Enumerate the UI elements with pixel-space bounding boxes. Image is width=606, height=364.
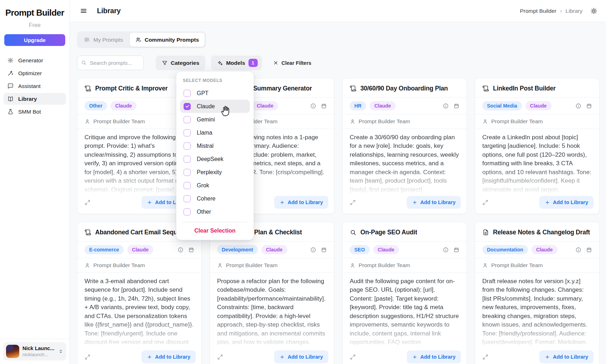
model-tag[interactable]: Claude bbox=[252, 101, 278, 110]
model-tag[interactable]: Claude bbox=[373, 245, 399, 254]
category-tag[interactable]: Other bbox=[84, 101, 107, 110]
prompt-card[interactable]: Abandoned Cart Email Sequence E-commerce… bbox=[77, 222, 202, 364]
clear-filters-button[interactable]: Clear Filters bbox=[273, 60, 312, 66]
add-to-library-button[interactable]: Add to Library bbox=[407, 350, 461, 363]
model-tag[interactable]: Claude bbox=[370, 101, 396, 110]
checkbox[interactable] bbox=[184, 156, 191, 163]
magnifier-icon bbox=[350, 229, 356, 236]
calendar-icon[interactable] bbox=[453, 247, 459, 253]
info-icon[interactable] bbox=[310, 247, 316, 253]
expand-icon[interactable] bbox=[482, 354, 488, 360]
calendar-icon[interactable] bbox=[453, 103, 459, 109]
expand-icon[interactable] bbox=[217, 354, 223, 360]
model-tag[interactable]: Claude bbox=[531, 245, 558, 254]
info-icon[interactable] bbox=[575, 103, 581, 109]
expand-icon[interactable] bbox=[482, 199, 488, 206]
model-option-mistral[interactable]: Mistral bbox=[180, 139, 250, 152]
calendar-icon[interactable] bbox=[321, 247, 327, 253]
add-to-library-button[interactable]: Add to Library bbox=[274, 196, 328, 209]
add-to-library-button[interactable]: Add to Library bbox=[407, 196, 461, 209]
models-filter-button[interactable]: Models 1 bbox=[211, 56, 262, 70]
sidebar-item-assistant[interactable]: Assistant bbox=[4, 80, 66, 92]
model-option-claude[interactable]: Claude bbox=[180, 100, 250, 113]
model-option-gemini[interactable]: Gemini bbox=[180, 113, 250, 126]
category-tag[interactable]: Development bbox=[217, 245, 258, 254]
model-option-label: GPT bbox=[197, 90, 209, 97]
checkbox[interactable] bbox=[184, 182, 191, 189]
user-menu[interactable]: Nick Launc... nicklaunch... bbox=[3, 342, 66, 360]
sidebar-item-generator[interactable]: Generator bbox=[4, 54, 66, 66]
calendar-icon[interactable] bbox=[321, 103, 327, 109]
card-tags-row: Social Media Claude bbox=[475, 98, 599, 114]
card-tags-row: Documentation Claude bbox=[475, 241, 599, 258]
categories-filter-button[interactable]: Categories bbox=[156, 56, 205, 70]
card-title: LinkedIn Post Builder bbox=[493, 85, 556, 92]
checkbox[interactable] bbox=[184, 208, 191, 215]
sidebar-item-library[interactable]: Library bbox=[4, 93, 66, 105]
card-header: LinkedIn Post Builder bbox=[475, 78, 599, 98]
model-tag[interactable]: Claude bbox=[111, 101, 137, 110]
model-option-other[interactable]: Other bbox=[180, 205, 250, 218]
category-tag[interactable]: E-commerce bbox=[84, 245, 124, 254]
prompt-card[interactable]: LinkedIn Post Builder Social Media Claud… bbox=[475, 78, 600, 214]
sidebar-item-optimizer[interactable]: Optimizer bbox=[4, 67, 66, 79]
author-name: Prompt Builder Team bbox=[93, 262, 145, 269]
card-title: On-Page SEO Audit bbox=[360, 229, 417, 236]
card-description: Create a 30/60/90 day onboarding plan fo… bbox=[343, 129, 467, 193]
info-icon[interactable] bbox=[443, 247, 449, 253]
add-to-library-label: Add to Library bbox=[288, 354, 323, 360]
library-tabs: My Prompts Community Prompts bbox=[77, 31, 206, 48]
add-to-library-button[interactable]: Add to Library bbox=[539, 350, 594, 363]
expand-icon[interactable] bbox=[84, 199, 91, 206]
model-tag[interactable]: Claude bbox=[127, 245, 153, 254]
scroll-icon bbox=[350, 85, 356, 92]
menu-toggle-button[interactable] bbox=[80, 7, 87, 15]
search-input[interactable] bbox=[77, 56, 144, 70]
tab-community-prompts[interactable]: Community Prompts bbox=[130, 33, 205, 47]
category-tag[interactable]: Documentation bbox=[482, 245, 528, 254]
category-tag[interactable]: Social Media bbox=[482, 101, 522, 110]
add-to-library-button[interactable]: Add to Library bbox=[274, 350, 328, 363]
model-tag[interactable]: Claude bbox=[525, 101, 551, 110]
category-tag[interactable]: HR bbox=[350, 101, 366, 110]
checkbox[interactable] bbox=[184, 129, 191, 136]
upgrade-button[interactable]: Upgrade bbox=[4, 34, 65, 46]
calendar-icon[interactable] bbox=[586, 103, 592, 109]
info-icon[interactable] bbox=[310, 103, 316, 109]
prompt-card[interactable]: Refactor Plan & Checklist Development Cl… bbox=[210, 222, 334, 364]
calendar-icon[interactable] bbox=[188, 247, 194, 253]
checkbox[interactable] bbox=[184, 142, 191, 150]
model-option-cohere[interactable]: Cohere bbox=[180, 192, 250, 205]
model-option-llama[interactable]: Llama bbox=[180, 126, 250, 139]
expand-icon[interactable] bbox=[350, 199, 356, 206]
prompt-card[interactable]: Release Notes & Changelog Draft Document… bbox=[475, 222, 600, 364]
person-icon bbox=[84, 119, 90, 124]
checkbox[interactable] bbox=[184, 90, 191, 97]
checkbox[interactable] bbox=[184, 116, 191, 123]
checkbox[interactable] bbox=[184, 195, 191, 202]
category-tag[interactable]: SEO bbox=[350, 245, 370, 254]
expand-icon[interactable] bbox=[84, 354, 91, 360]
add-to-library-button[interactable]: Add to Library bbox=[539, 196, 594, 209]
checkbox[interactable] bbox=[184, 169, 191, 176]
clear-selection-button[interactable]: Clear Selection bbox=[180, 222, 250, 240]
info-icon[interactable] bbox=[443, 103, 449, 109]
theme-toggle-button[interactable] bbox=[590, 7, 597, 15]
calendar-icon[interactable] bbox=[586, 247, 592, 253]
prompt-card[interactable]: 30/60/90 Day Onboarding Plan HR Claude P… bbox=[342, 78, 467, 214]
sidebar-item-smm-bot[interactable]: SMM Bot bbox=[4, 106, 66, 118]
add-to-library-button[interactable]: Add to Library bbox=[142, 350, 196, 363]
model-tag[interactable]: Claude bbox=[261, 245, 287, 254]
tab-my-prompts[interactable]: My Prompts bbox=[78, 33, 129, 47]
info-icon[interactable] bbox=[575, 247, 581, 253]
checkbox[interactable] bbox=[184, 103, 191, 110]
model-option-gpt[interactable]: GPT bbox=[180, 87, 250, 100]
prompt-card[interactable]: On-Page SEO Audit SEO Claude Prompt Buil… bbox=[342, 222, 467, 364]
sidebar-nav: Generator Optimizer Assistant Library SM… bbox=[0, 54, 70, 118]
info-icon[interactable] bbox=[178, 247, 184, 253]
model-option-perplexity[interactable]: Perplexity bbox=[180, 166, 250, 179]
expand-icon[interactable] bbox=[350, 354, 356, 360]
breadcrumb-root[interactable]: Prompt Builder bbox=[520, 8, 556, 14]
model-option-deepseek[interactable]: DeepSeek bbox=[180, 152, 250, 166]
model-option-grok[interactable]: Grok bbox=[180, 179, 250, 192]
